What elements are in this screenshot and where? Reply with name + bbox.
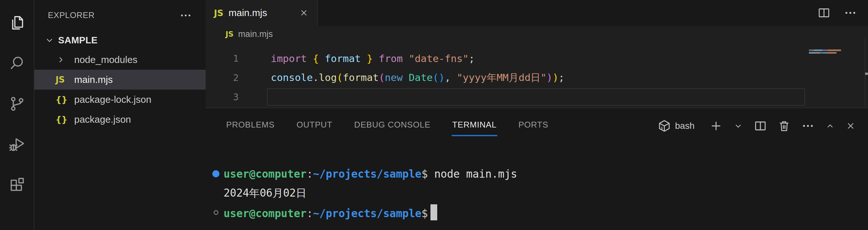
file-label: package-lock.json xyxy=(74,94,151,105)
file-item-package-lock.json[interactable]: {}package-lock.json xyxy=(34,90,206,109)
split-terminal-icon[interactable] xyxy=(754,119,767,133)
tab-bar: JS main.mjs xyxy=(206,0,868,26)
new-terminal-icon[interactable] xyxy=(709,119,723,133)
file-label: node_modules xyxy=(74,54,137,65)
breadcrumb: JS main.mjs xyxy=(206,26,868,42)
editor-group: JS main.mjs JS main.mjs 1import { format… xyxy=(206,0,868,230)
panel-tab-debug-console[interactable]: DEBUG CONSOLE xyxy=(354,116,431,136)
activity-bar-item-explorer[interactable] xyxy=(0,3,34,44)
minimap-line xyxy=(809,50,841,51)
command-pending-decoration-icon[interactable] xyxy=(212,210,220,215)
js-file-icon: JS xyxy=(214,8,224,18)
tab-main-mjs[interactable]: JS main.mjs xyxy=(206,0,318,26)
terminal-text: 2024年06月02日 xyxy=(224,186,307,200)
activity-bar-item-source-control[interactable] xyxy=(0,84,34,125)
file-list: node_modulesJSmain.mjs{}package-lock.jso… xyxy=(34,50,206,129)
terminal-cursor xyxy=(431,204,437,220)
minimap[interactable] xyxy=(809,50,844,54)
vscode-window: EXPLORER SAMPLE node_modulesJSmain.mjs{}… xyxy=(0,0,868,230)
editor-more-actions-icon[interactable] xyxy=(844,6,857,20)
code-area[interactable]: 1import { format } from "date-fns";2cons… xyxy=(206,42,868,107)
svg-text:$: $ xyxy=(661,126,663,130)
activity-bar-item-extensions[interactable] xyxy=(0,165,34,206)
extensions-icon xyxy=(8,176,26,195)
terminal-text: user@computer:~/projects/sample$ node ma… xyxy=(224,168,517,180)
line-number: 2 xyxy=(206,72,267,83)
code-line-1: 1import { format } from "date-fns"; xyxy=(206,49,868,68)
section-title: SAMPLE xyxy=(58,35,98,45)
line-number: 1 xyxy=(206,53,267,64)
line-content: console.log(format(new Date(), "yyyy年MM月… xyxy=(267,71,564,85)
editor: JS main.mjs 1import { format } from "dat… xyxy=(206,26,868,108)
explorer-sidebar: EXPLORER SAMPLE node_modulesJSmain.mjs{}… xyxy=(34,0,206,230)
terminal-row: 2024年06月02日 xyxy=(212,184,868,203)
panel-more-actions-icon[interactable] xyxy=(801,119,815,133)
chevron-right-icon xyxy=(56,55,72,65)
file-label: main.mjs xyxy=(74,74,113,85)
panel-tab-terminal[interactable]: TERMINAL xyxy=(452,116,497,136)
split-editor-icon[interactable] xyxy=(817,6,831,20)
terminal-row: user@computer:~/projects/sample$ node ma… xyxy=(212,164,868,184)
code-line-2: 2console.log(format(new Date(), "yyyy年MM… xyxy=(206,68,868,87)
terminal-row: user@computer:~/projects/sample$ xyxy=(212,203,868,222)
panel-header: PROBLEMSOUTPUTDEBUG CONSOLETERMINALPORTS… xyxy=(206,108,868,143)
file-label: package.json xyxy=(74,114,131,125)
breadcrumb-item[interactable]: main.mjs xyxy=(238,29,273,39)
kill-terminal-icon[interactable] xyxy=(777,119,791,133)
command-success-decoration-icon[interactable] xyxy=(212,170,220,177)
sidebar-title: EXPLORER xyxy=(48,10,95,20)
bottom-panel: PROBLEMSOUTPUTDEBUG CONSOLETERMINALPORTS… xyxy=(206,108,868,230)
overview-ruler[interactable] xyxy=(865,38,868,108)
file-item-package.json[interactable]: {}package.json xyxy=(34,109,206,129)
search-icon xyxy=(8,55,26,73)
cursor-position-mark xyxy=(865,73,868,75)
panel-tab-problems[interactable]: PROBLEMS xyxy=(225,116,275,136)
file-item-main.mjs[interactable]: JSmain.mjs xyxy=(34,70,206,90)
js-file-icon: JS xyxy=(225,30,234,38)
terminal-text: user@computer:~/projects/sample$ xyxy=(224,204,437,220)
json-file-icon: {} xyxy=(56,115,72,124)
chevron-down-icon xyxy=(44,35,55,45)
bash-icon: $ xyxy=(658,119,671,133)
js-file-icon: JS xyxy=(56,75,72,85)
sidebar-header: EXPLORER xyxy=(34,0,206,31)
panel-tab-output[interactable]: OUTPUT xyxy=(296,116,333,136)
shell-label: bash xyxy=(675,121,694,131)
launch-profile-dropdown-icon[interactable] xyxy=(733,121,743,131)
line-number: 3 xyxy=(206,92,267,102)
source-control-icon xyxy=(8,95,26,114)
panel-actions: $bash xyxy=(658,119,856,133)
activity-bar-item-search[interactable] xyxy=(0,44,34,84)
close-panel-icon[interactable] xyxy=(845,121,856,131)
folder-section-sample[interactable]: SAMPLE xyxy=(34,31,206,50)
panel-tab-ports[interactable]: PORTS xyxy=(518,116,549,136)
close-tab-icon[interactable] xyxy=(299,8,309,18)
files-icon xyxy=(8,14,26,33)
activity-bar xyxy=(0,0,34,230)
tab-label: main.mjs xyxy=(229,7,267,18)
line-content: import { format } from "date-fns"; xyxy=(267,53,475,64)
code-line-3: 3 xyxy=(206,87,868,107)
editor-actions xyxy=(817,0,857,26)
explorer-more-actions-icon[interactable] xyxy=(179,9,192,22)
json-file-icon: {} xyxy=(56,95,72,104)
panel-tabs: PROBLEMSOUTPUTDEBUG CONSOLETERMINALPORTS xyxy=(225,116,549,136)
terminal-shell-selector[interactable]: $bash xyxy=(658,119,694,133)
activity-bar-item-run-and-debug[interactable] xyxy=(0,125,34,165)
terminal-output[interactable]: user@computer:~/projects/sample$ node ma… xyxy=(206,143,868,230)
minimap-line xyxy=(809,52,837,54)
maximize-panel-icon[interactable] xyxy=(825,121,835,131)
folder-item-node_modules[interactable]: node_modules xyxy=(34,50,206,70)
debug-icon xyxy=(8,136,26,154)
